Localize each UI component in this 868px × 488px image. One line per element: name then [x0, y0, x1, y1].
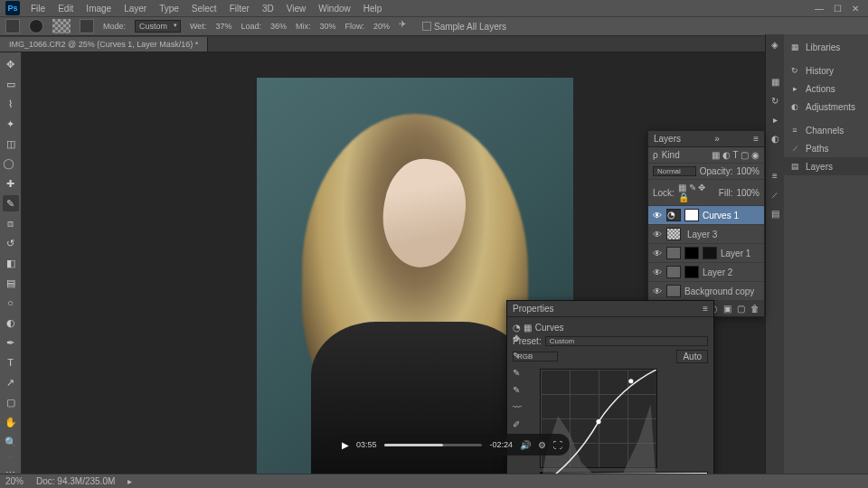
- preset-select[interactable]: Custom: [545, 336, 708, 346]
- layer-row[interactable]: 👁 Layer 1: [648, 244, 764, 263]
- channels-icon[interactable]: ≡: [772, 171, 778, 181]
- hand-tool-icon[interactable]: ✋: [3, 414, 19, 430]
- layer-row[interactable]: 👁 ◔ Curves 1: [648, 206, 764, 225]
- pencil-curve-icon[interactable]: ✐: [513, 419, 522, 429]
- settings-icon[interactable]: ⚙: [538, 440, 546, 450]
- shape-tool-icon[interactable]: ▢: [3, 394, 19, 410]
- layer-thumb[interactable]: [666, 247, 681, 259]
- panel-collapse-icon[interactable]: »: [714, 134, 720, 144]
- gradient-tool-icon[interactable]: ▤: [3, 275, 19, 291]
- wand-tool-icon[interactable]: ✦: [3, 116, 19, 132]
- type-tool-icon[interactable]: T: [3, 354, 19, 371]
- visibility-icon[interactable]: 👁: [652, 249, 663, 258]
- menu-filter[interactable]: Filter: [224, 2, 255, 15]
- mode-select[interactable]: Custom: [135, 20, 181, 33]
- crop-tool-icon[interactable]: ◫: [3, 136, 19, 152]
- panel-adjustments[interactable]: ◐Adjustments: [784, 98, 868, 116]
- lasso-tool-icon[interactable]: ⌇: [3, 96, 19, 112]
- document-tab[interactable]: IMG_1066.CR2 @ 25% (Curves 1, Layer Mask…: [0, 37, 208, 52]
- volume-icon[interactable]: 🔊: [520, 440, 531, 450]
- mask-thumb[interactable]: [684, 266, 699, 278]
- panel-libraries[interactable]: ▦Libraries: [784, 38, 868, 56]
- history-icon[interactable]: ↻: [771, 96, 778, 106]
- tool-preset-icon[interactable]: [5, 19, 20, 33]
- minimize-icon[interactable]: —: [814, 4, 825, 14]
- layers-icon[interactable]: ▤: [771, 209, 779, 219]
- brush-preset-icon[interactable]: [29, 19, 43, 33]
- flow-value[interactable]: 20%: [373, 22, 390, 31]
- visibility-icon[interactable]: 👁: [652, 267, 663, 277]
- status-arrow-icon[interactable]: ▸: [127, 476, 132, 486]
- color-panel-icon[interactable]: ◈: [771, 40, 778, 50]
- paths-icon[interactable]: ⟋: [770, 190, 779, 200]
- panel-channels[interactable]: ≡Channels: [784, 121, 868, 139]
- menu-view[interactable]: View: [281, 2, 312, 15]
- menu-edit[interactable]: Edit: [52, 2, 79, 15]
- libraries-icon[interactable]: ▦: [771, 77, 779, 87]
- visibility-icon[interactable]: 👁: [652, 230, 663, 239]
- fullscreen-icon[interactable]: ⛶: [553, 440, 562, 450]
- panel-menu-icon[interactable]: ≡: [753, 134, 759, 144]
- panel-history[interactable]: ↻History: [784, 61, 868, 80]
- adjustments-icon[interactable]: ◐: [771, 134, 779, 144]
- sample-all-layers[interactable]: Sample All Layers: [422, 22, 506, 32]
- menu-type[interactable]: Type: [154, 2, 184, 15]
- stamp-tool-icon[interactable]: ⧈: [3, 215, 19, 231]
- menu-help[interactable]: Help: [358, 2, 388, 15]
- brush-panel-icon[interactable]: [80, 19, 94, 33]
- move-tool-icon[interactable]: ✥: [3, 56, 19, 72]
- new-layer-icon[interactable]: ▢: [737, 304, 745, 314]
- pen-tool-icon[interactable]: ✒: [3, 334, 19, 351]
- play-icon[interactable]: ▶: [342, 440, 349, 450]
- opacity-value[interactable]: 100%: [736, 166, 760, 176]
- wet-value[interactable]: 37%: [215, 22, 231, 31]
- actions-icon[interactable]: ▸: [773, 115, 778, 125]
- layer-thumb[interactable]: [666, 285, 681, 297]
- layer-name[interactable]: Background copy: [684, 286, 754, 296]
- close-icon[interactable]: ✕: [850, 4, 861, 14]
- sampler-icon[interactable]: ✥: [513, 333, 522, 343]
- auto-button[interactable]: Auto: [676, 350, 708, 363]
- eyedrop-white-icon[interactable]: ✎: [513, 385, 522, 395]
- panel-paths[interactable]: ⟋Paths: [784, 139, 868, 157]
- menu-image[interactable]: Image: [80, 2, 117, 15]
- layer-name[interactable]: Layer 3: [687, 230, 717, 239]
- marquee-tool-icon[interactable]: ▭: [3, 76, 19, 92]
- dodge-tool-icon[interactable]: ◐: [3, 314, 19, 331]
- mask-thumb[interactable]: [684, 209, 699, 221]
- blend-mode-select[interactable]: Normal: [653, 166, 696, 176]
- layer-thumb[interactable]: [666, 228, 681, 240]
- load-value[interactable]: 36%: [270, 22, 287, 31]
- menu-file[interactable]: File: [25, 2, 51, 15]
- layer-name[interactable]: Layer 2: [703, 267, 732, 277]
- eyedropper-tool-icon[interactable]: ⃝: [3, 155, 19, 172]
- history-brush-icon[interactable]: ↺: [3, 235, 19, 251]
- layer-row[interactable]: 👁 Layer 3: [648, 225, 764, 244]
- lock-icons[interactable]: ▦ ✎ ✥ 🔒: [678, 183, 715, 202]
- brush-swatch[interactable]: [52, 19, 71, 33]
- panel-actions[interactable]: ▸Actions: [784, 80, 868, 98]
- progress-bar[interactable]: [384, 444, 483, 446]
- visibility-icon[interactable]: 👁: [652, 211, 663, 221]
- panel-menu-icon[interactable]: ≡: [703, 304, 708, 314]
- layer-name[interactable]: Layer 1: [721, 249, 750, 258]
- menu-3d[interactable]: 3D: [257, 2, 279, 15]
- heal-tool-icon[interactable]: ✚: [3, 175, 19, 192]
- maximize-icon[interactable]: ☐: [832, 4, 843, 14]
- blur-tool-icon[interactable]: ○: [3, 295, 19, 311]
- path-tool-icon[interactable]: ↗: [3, 374, 19, 390]
- eyedrop-gray-icon[interactable]: ✎: [513, 368, 522, 378]
- mask-thumb[interactable]: [703, 247, 717, 259]
- zoom-tool-icon[interactable]: 🔍: [3, 434, 19, 450]
- new-group-icon[interactable]: ▣: [723, 304, 731, 314]
- doc-size[interactable]: Doc: 94.3M/235.0M: [36, 476, 115, 486]
- point-curve-icon[interactable]: 〰: [513, 402, 522, 412]
- layer-name[interactable]: Curves 1: [703, 211, 739, 221]
- eraser-tool-icon[interactable]: ◧: [3, 255, 19, 271]
- delete-layer-icon[interactable]: 🗑: [750, 304, 760, 314]
- mask-thumb[interactable]: [684, 247, 699, 259]
- mix-value[interactable]: 30%: [319, 22, 335, 31]
- menu-layer[interactable]: Layer: [118, 2, 152, 15]
- menu-window[interactable]: Window: [313, 2, 356, 15]
- menu-select[interactable]: Select: [186, 2, 222, 15]
